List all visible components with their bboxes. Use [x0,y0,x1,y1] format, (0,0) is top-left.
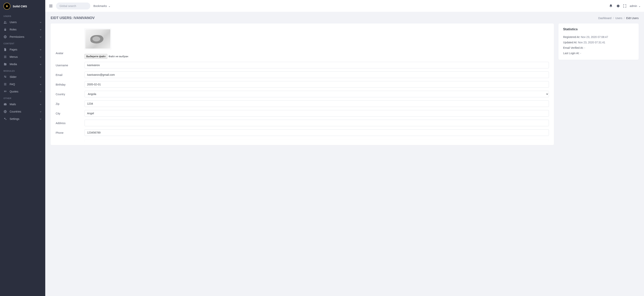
phone-input[interactable] [84,129,549,136]
chevron-down-icon [40,110,42,113]
chevron-down-icon [40,83,42,85]
username-input[interactable] [84,62,549,68]
username-label: Username [56,63,82,67]
stat-value: - [580,52,581,55]
sidebar-item-users[interactable]: Users [0,19,45,26]
stat-row: Email Verified At: - [563,45,634,51]
nav-heading-modules: MODULES [0,68,45,73]
svg-point-1 [6,21,6,22]
content: Avatar Выберите файл Файл не выбран User… [45,24,644,151]
user-label: admin [630,5,637,8]
page-title: EIDT USERS: IVANIVANOV [51,16,94,20]
svg-rect-15 [4,103,6,105]
city-input[interactable] [84,110,549,117]
stat-value: - [584,46,585,49]
sidebar-item-quotes[interactable]: Quotes [0,88,45,95]
avatar-label: Avatar [56,29,82,55]
sliders-icon [4,75,7,79]
statistics-title: Statistics [563,27,634,31]
breadcrumb-item[interactable]: Dashboard [598,17,612,20]
address-input[interactable] [84,120,549,126]
main: Bookmarks admin EIDT USERS: IVANIVANOV D [45,0,644,296]
sidebar-item-label: Slider [10,75,37,78]
form-row-address: Address [56,118,549,128]
sidebar-item-faq[interactable]: FAQ [0,81,45,88]
phone-label: Phone [56,131,82,134]
bookmarks-dropdown[interactable]: Bookmarks [94,5,110,8]
svg-point-20 [6,119,6,120]
globe-icon [4,35,7,39]
next-field-input[interactable] [84,140,549,141]
edit-user-form: Avatar Выберите файл Файл не выбран User… [51,24,554,145]
form-row-country: Country Angola [56,89,549,99]
svg-point-0 [4,21,6,22]
breadcrumb-item[interactable]: Users [615,17,622,20]
birthday-input[interactable] [84,81,549,88]
address-label: Address [56,121,82,125]
breadcrumb-sep: / [613,17,614,20]
form-row-next [56,137,549,144]
chevron-down-icon [40,90,42,93]
breadcrumb-item-current: Eidt Users [626,17,638,20]
quote-icon [4,90,7,93]
nav-heading-content: CONTENT [0,41,45,46]
chevron-down-icon [40,118,42,120]
stat-value: Nov 23, 2020 07:08:47 [581,36,608,39]
email-label: Email [56,73,82,77]
global-search[interactable] [56,3,90,10]
zip-input[interactable] [84,100,549,107]
form-row-email: Email [56,70,549,80]
sidebar-item-pages[interactable]: Pages [0,46,45,53]
gear-icon[interactable] [616,4,620,8]
media-icon [4,63,7,66]
chevron-down-icon [40,76,42,78]
search-input[interactable] [60,5,87,8]
form-row-username: Username [56,60,549,70]
svg-rect-2 [4,29,6,31]
sidebar-item-slider[interactable]: Slider [0,73,45,81]
sidebar-item-permissions[interactable]: Permissions [0,33,45,41]
sidebar-item-settings[interactable]: Settings [0,115,45,123]
sidebar-item-label: Mails [10,103,37,106]
sidebar-item-roles[interactable]: Roles [0,26,45,33]
stat-row: Registered At: Nov 23, 2020 07:08:47 [563,34,634,40]
country-select[interactable]: Angola [84,91,549,97]
sidebar-item-countries[interactable]: Countries [0,108,45,115]
city-label: City [56,112,82,115]
chevron-down-icon [108,5,110,7]
fullscreen-icon[interactable] [623,4,627,8]
chevron-down-icon [40,21,42,23]
sidebar-item-mails[interactable]: Mails [0,101,45,108]
sidebar-item-media[interactable]: Media [0,61,45,68]
form-row-birthday: Birthday [56,80,549,89]
choose-file-button[interactable]: Выберите файл [84,54,107,59]
stat-row: Updated At: Nov 23, 2020 07:31:41 [563,40,634,45]
user-menu[interactable]: admin [630,5,640,8]
sidebar-item-label: Menus [10,55,37,58]
users-icon [4,21,7,24]
topbar: Bookmarks admin [45,0,644,12]
menu-toggle-icon[interactable] [49,4,53,8]
sidebar-item-menus[interactable]: Menus [0,53,45,61]
stat-label: Email Verified At: [563,46,584,49]
next-field-label [56,140,82,141]
breadcrumb-sep: / [624,17,625,20]
bell-icon[interactable] [609,4,613,8]
stat-label: Last Login At: [563,52,580,55]
nav-heading-users: USERS [0,13,45,19]
form-row-avatar: Avatar Выберите файл Файл не выбран [56,27,549,60]
sidebar-item-label: Countries [10,110,37,113]
form-row-phone: Phone [56,128,549,137]
sidebar-item-label: Pages [10,48,37,51]
chevron-down-icon [40,103,42,105]
gears-icon [4,117,7,121]
brand[interactable]: S Solid CMS [0,0,45,13]
email-input[interactable] [84,72,549,78]
svg-point-9 [4,76,5,77]
stat-label: Registered At: [563,36,580,39]
brand-name: Solid CMS [13,5,27,8]
nav-heading-other: OTHER [0,95,45,101]
globe2-icon [4,110,7,113]
sidebar-item-label: Quotes [10,90,37,93]
form-row-zip: Zip [56,99,549,109]
